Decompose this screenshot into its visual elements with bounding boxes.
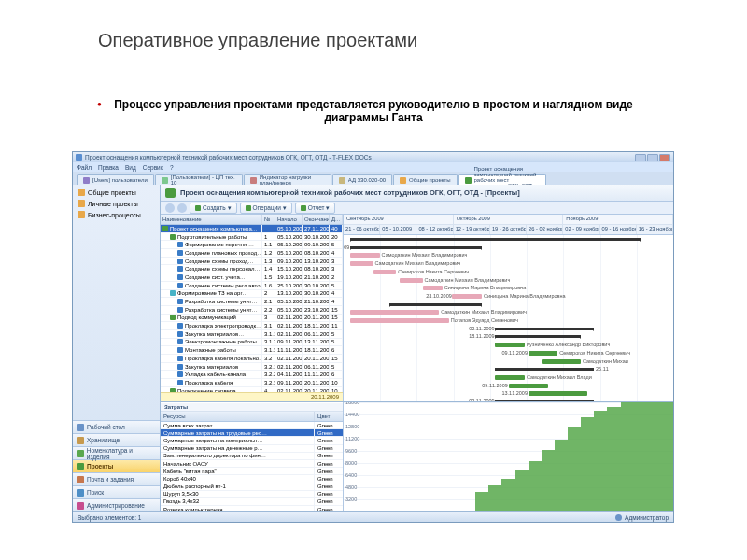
tab[interactable]: Индикатор нагрузки план/резерв	[244, 174, 331, 185]
task-row[interactable]: Закупка материалов…3.1.102.11.200906.11.…	[161, 330, 343, 339]
resource-row[interactable]: Сумма всех затратGreen	[161, 422, 343, 429]
titlebar[interactable]: Проект оснащения компьютерной техникой р…	[73, 152, 673, 162]
task-row[interactable]: Подготовительные работы105.10.200930.10.…	[161, 233, 343, 242]
toolbar-button[interactable]: Отчет ▾	[295, 203, 336, 214]
sidebar-section[interactable]: Почта и задания	[73, 472, 160, 485]
sidebar-section[interactable]: Хранилище	[73, 433, 160, 446]
month-header[interactable]: Ноябрь 2009	[563, 215, 673, 224]
task-row[interactable]: Создание плановых проход…1.205.10.200908…	[161, 249, 343, 258]
col-dur[interactable]: Д...	[330, 215, 343, 224]
week-header[interactable]: 05 - 10.2009	[380, 225, 416, 234]
gantt-bar[interactable]	[542, 359, 581, 364]
nav-back-icon[interactable]	[165, 203, 175, 213]
gantt-bar[interactable]	[495, 328, 594, 330]
maximize-button[interactable]	[647, 154, 658, 161]
gantt-body[interactable]: 30.10.2009Самодаткин Михаил Владимирович…	[344, 235, 673, 401]
task-row[interactable]: Закупка материалов3.2.102.11.200906.11.2…	[161, 363, 343, 371]
week-header[interactable]: 16 - 23 ноября	[637, 225, 673, 234]
sidebar-section[interactable]: Проекты	[73, 459, 160, 472]
tab[interactable]: Проект оснащения компьютерной техникой р…	[458, 174, 546, 185]
gantt-bar[interactable]	[495, 400, 594, 401]
menu-item[interactable]: Сервис	[143, 164, 163, 171]
resource-row[interactable]: Короб 40х40Green	[161, 475, 343, 483]
gantt-bar[interactable]	[495, 343, 525, 347]
gantt-bar[interactable]	[529, 351, 558, 356]
task-row[interactable]: Подвод коммуникаций302.11.200920.11.2009…	[161, 315, 343, 323]
res-col-name[interactable]: Ресурсы	[161, 412, 315, 421]
task-grid[interactable]: Наименование № Начало Окончание Д... Про…	[161, 215, 344, 401]
resource-row[interactable]: Шуруп 3,5х30Green	[161, 491, 343, 498]
task-row[interactable]: Создание схемы проход…1.309.10.200913.10…	[161, 258, 343, 266]
task-row[interactable]: Прокладка кабеля3.2.309.11.200920.11.200…	[161, 379, 343, 387]
gantt-bar[interactable]	[509, 384, 548, 388]
week-header[interactable]: 26 - 02 ноября	[527, 225, 563, 234]
gantt-bar[interactable]	[350, 246, 482, 249]
resources-tab[interactable]: Затраты	[161, 402, 343, 412]
gantt-bar[interactable]	[423, 286, 443, 290]
task-row[interactable]: Создание системы регл.авто…1.625.10.2009…	[161, 282, 343, 290]
task-row[interactable]: Электромонтажные работы3.1.209.11.200913…	[161, 339, 343, 347]
resource-row[interactable]: Суммарные затраты на материальн…Green	[161, 437, 343, 444]
resource-row[interactable]: Суммарные затраты на трудовые рес…Green	[161, 429, 343, 437]
month-header[interactable]: Октябрь 2009	[454, 215, 564, 224]
nav-fwd-icon[interactable]	[177, 203, 187, 213]
task-row[interactable]: Прокладка электропроводк…3.102.11.200918…	[161, 322, 343, 330]
gantt-bar[interactable]	[495, 335, 581, 338]
gantt-bar[interactable]	[495, 368, 594, 371]
close-button[interactable]	[659, 154, 670, 161]
menu-item[interactable]: Файл	[77, 164, 92, 171]
gantt-bar[interactable]	[350, 261, 374, 266]
minimize-button[interactable]	[635, 154, 646, 161]
menu-item[interactable]: Правка	[98, 164, 119, 171]
col-end[interactable]: Окончание	[303, 215, 330, 224]
toolbar-button[interactable]: Создать ▾	[190, 203, 237, 214]
col-name[interactable]: Наименование	[161, 215, 262, 224]
resource-row[interactable]: Суммарные затраты на денежные р…Green	[161, 445, 343, 453]
gantt-bar[interactable]	[350, 238, 641, 241]
sidebar-section[interactable]: Поиск	[73, 485, 160, 498]
gantt-bar[interactable]	[350, 253, 380, 258]
gantt-bar[interactable]	[400, 278, 423, 283]
task-row[interactable]: Проект оснащения компьютера…05.10.200927…	[161, 225, 343, 233]
toolbar-button[interactable]: Операции ▾	[240, 203, 292, 214]
gantt-bar[interactable]	[529, 391, 588, 396]
task-row[interactable]: Создание сист. учета…1.519.10.200921.10.…	[161, 273, 343, 282]
col-start[interactable]: Начало	[275, 215, 303, 224]
menu-item[interactable]: ?	[170, 164, 174, 171]
resource-row[interactable]: Дюбель распорный вт-1Green	[161, 483, 343, 491]
tab[interactable]: [Users] пользователи	[77, 174, 154, 185]
task-row[interactable]: Укладка кабель-канала3.2.204.11.200911.1…	[161, 371, 343, 379]
tab[interactable]: [Пользователи] - ЦП тех. 10	[155, 174, 243, 185]
gantt-bar[interactable]	[495, 375, 525, 380]
cost-chart[interactable]: 1600014400128001120096008000640048003200	[344, 402, 673, 511]
sidebar-project-folder[interactable]: Бизнес-процессы	[76, 210, 157, 219]
task-row[interactable]: Разработка системы унит…2.205.10.200923.…	[161, 306, 343, 315]
gantt-bar[interactable]	[350, 318, 449, 323]
task-row[interactable]: Создание схемы персонал…1.415.10.200908.…	[161, 265, 343, 273]
month-header[interactable]: Сентябрь 2009	[344, 215, 454, 224]
week-header[interactable]: 12 - 19 октября	[454, 225, 490, 234]
week-header[interactable]: 21 - 06 октября	[344, 225, 380, 234]
sidebar-project-folder[interactable]: Общие проекты	[76, 188, 157, 197]
week-header[interactable]: 02 - 09 ноября	[563, 225, 599, 234]
gantt-bar[interactable]	[350, 310, 439, 315]
col-num[interactable]: №	[262, 215, 275, 224]
gantt-chart[interactable]: Сентябрь 2009Октябрь 2009Ноябрь 2009 21 …	[344, 215, 673, 401]
sidebar-section[interactable]: Администрирование	[73, 498, 160, 511]
tab[interactable]: Общие проекты	[393, 174, 457, 185]
resource-row[interactable]: Начальник ОАСУGreen	[161, 460, 343, 468]
res-col-color[interactable]: Цвет	[315, 412, 343, 421]
menu-item[interactable]: Вид	[125, 164, 136, 171]
task-row[interactable]: Формирование ТЗ на орг…213.10.200930.10.…	[161, 290, 343, 299]
task-row[interactable]: Разработка системы унит…2.105.10.200921.…	[161, 298, 343, 306]
task-row[interactable]: Прокладка кабеля локально…3.202.11.20092…	[161, 355, 343, 363]
tab[interactable]: АД 330.020-00	[332, 174, 392, 185]
resources-grid[interactable]: Затраты Ресурсы Цвет Сумма всех затратGr…	[161, 402, 344, 511]
task-row[interactable]: Формирование перечня …1.105.10.200909.10…	[161, 241, 343, 249]
week-header[interactable]: 19 - 26 октября	[490, 225, 527, 234]
gantt-bar[interactable]	[452, 294, 482, 299]
gantt-bar[interactable]	[389, 303, 482, 306]
resource-row[interactable]: Кабель "витая пара"Green	[161, 468, 343, 475]
sidebar-section[interactable]: Рабочий стол	[73, 420, 160, 433]
task-row[interactable]: Монтажные работы3.1.311.11.200918.11.200…	[161, 346, 343, 355]
